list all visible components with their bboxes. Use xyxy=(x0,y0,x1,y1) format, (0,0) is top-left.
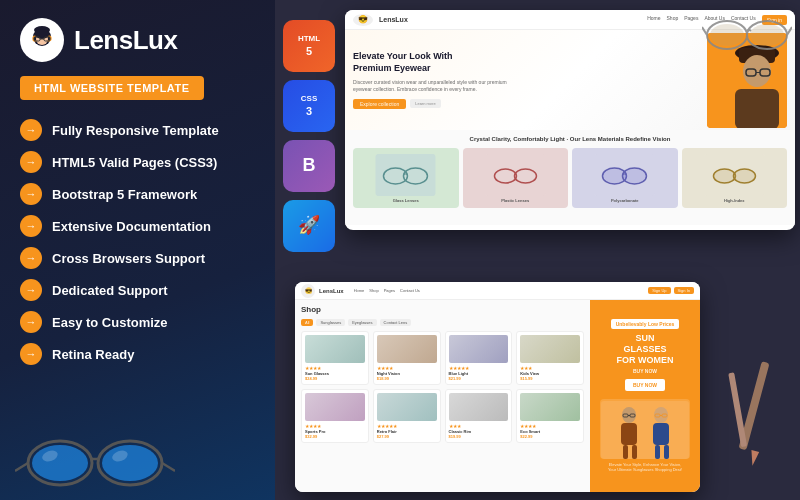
nav-link-pages: Pages xyxy=(684,15,698,25)
left-panel: LensLux HTML WEBSITE TEMPLATE Fully Resp… xyxy=(0,0,275,500)
svg-line-23 xyxy=(702,27,707,35)
svg-point-45 xyxy=(623,168,647,184)
feature-list: Fully Responsive Template HTML5 Valid Pa… xyxy=(20,114,255,370)
svg-rect-35 xyxy=(376,154,436,196)
shop-main: Shop All Sunglasses Eyeglasses Contact L… xyxy=(295,300,590,492)
shop-title: Shop xyxy=(301,305,584,314)
shop-item-img-5 xyxy=(305,393,365,421)
product-poly-lenses: Polycarbonate xyxy=(572,148,678,208)
shop-item-price-2: $18.99 xyxy=(377,376,437,381)
feature-customize: Easy to Customize xyxy=(20,306,255,338)
svg-rect-55 xyxy=(632,445,637,459)
product-glass-lenses: Glass Lenses xyxy=(353,148,459,208)
feature-responsive: Fully Responsive Template xyxy=(20,114,255,146)
shop-item-8: ★★★★ Eco Smart $22.99 xyxy=(516,389,584,443)
svg-rect-51 xyxy=(601,401,689,459)
product-highindex-lenses: High-Index xyxy=(682,148,788,208)
arrow-icon-docs xyxy=(20,215,42,237)
b-nav-shop: Shop xyxy=(369,288,378,293)
svg-marker-68 xyxy=(748,450,760,467)
ad-sub: BUY NOW xyxy=(633,368,657,374)
hero-secondary-btn[interactable]: Learn more xyxy=(410,99,440,108)
mockup-products: Crystal Clarity, Comfortably Light · Our… xyxy=(345,130,795,225)
feature-crossbrowser: Cross Browsers Support xyxy=(20,242,255,274)
filter-all[interactable]: All xyxy=(301,319,313,326)
ad-buy-btn[interactable]: BUY NOW xyxy=(625,379,665,391)
logo-icon xyxy=(20,18,64,62)
mockup-bottom: 😎 LensLux Home Shop Pages Contact Us Sig… xyxy=(295,282,700,492)
deco-sticks-bottom xyxy=(715,361,795,485)
svg-point-12 xyxy=(32,445,88,481)
feature-text-customize: Easy to Customize xyxy=(52,315,168,330)
product-label-highindex: High-Index xyxy=(724,198,745,203)
svg-point-14 xyxy=(102,445,158,481)
b-signin-btn[interactable]: Sign In xyxy=(674,287,694,294)
svg-point-48 xyxy=(713,169,735,183)
product-plastic-lenses: Plastic Lenses xyxy=(463,148,569,208)
filter-eyeglasses[interactable]: Eyeglasses xyxy=(348,319,376,326)
shop-item-img-6 xyxy=(377,393,437,421)
filter-contact[interactable]: Contact Lens xyxy=(380,319,412,326)
svg-rect-34 xyxy=(735,89,779,128)
feature-text-support: Dedicated Support xyxy=(52,283,168,298)
b-nav-home: Home xyxy=(354,288,365,293)
products-title: Crystal Clarity, Comfortably Light · Our… xyxy=(353,136,787,142)
bootstrap-badge: B xyxy=(283,140,335,192)
mockup-b-nav-links: Home Shop Pages Contact Us xyxy=(354,288,420,293)
product-label-glass: Glass Lenses xyxy=(393,198,419,203)
css3-badge: CSS 3 xyxy=(283,80,335,132)
feature-support: Dedicated Support xyxy=(20,274,255,306)
shop-ad-panel: Unbelievably Low Prices SUNGLASSESFOR WO… xyxy=(590,300,700,492)
b-nav-buttons: Sign Up Sign In xyxy=(648,287,694,294)
products-grid: Glass Lenses Plastic Lenses xyxy=(353,148,787,208)
shop-item-1: ★★★★ Sun Glasses $24.99 xyxy=(301,331,369,385)
brand-name: LensLux xyxy=(74,25,177,56)
html5-badge: HTML 5 xyxy=(283,20,335,72)
svg-point-49 xyxy=(733,169,755,183)
shop-item-price-6: $27.99 xyxy=(377,434,437,439)
svg-line-16 xyxy=(15,463,28,471)
shop-item-price-4: $15.99 xyxy=(520,376,580,381)
arrow-icon-crossbrowser xyxy=(20,247,42,269)
shop-item-price-8: $22.99 xyxy=(520,434,580,439)
shop-item-3: ★★★★★ Blue Light $21.99 xyxy=(445,331,513,385)
b-nav-contact: Contact Us xyxy=(400,288,420,293)
nav-link-home: Home xyxy=(647,15,660,25)
shop-item-price-3: $21.99 xyxy=(449,376,509,381)
arrow-icon-retina xyxy=(20,343,42,365)
feature-retina: Retina Ready xyxy=(20,338,255,370)
rocket-badge: 🚀 xyxy=(283,200,335,252)
svg-point-52 xyxy=(622,407,636,423)
hero-text: Elevate Your Look WithPremium Eyewear Di… xyxy=(353,51,707,108)
filter-sunglasses[interactable]: Sunglasses xyxy=(316,319,345,326)
hero-cta-btn[interactable]: Explore collection xyxy=(353,99,406,109)
svg-rect-59 xyxy=(664,445,669,459)
svg-point-25 xyxy=(710,24,744,46)
feature-text-bootstrap: Bootstrap 5 Framework xyxy=(52,187,197,202)
ad-badge: Unbelievably Low Prices xyxy=(611,319,680,329)
svg-point-26 xyxy=(750,24,784,46)
page-container: LensLux HTML WEBSITE TEMPLATE Fully Resp… xyxy=(0,0,800,500)
b-signup-btn[interactable]: Sign Up xyxy=(648,287,670,294)
feature-bootstrap: Bootstrap 5 Framework xyxy=(20,178,255,210)
shop-grid: ★★★★ Sun Glasses $24.99 ★★★★ Night Visio… xyxy=(301,331,584,443)
arrow-icon-bootstrap xyxy=(20,183,42,205)
ad-title: SUNGLASSESFOR WOMEN xyxy=(617,333,674,365)
shop-filter: All Sunglasses Eyeglasses Contact Lens xyxy=(301,319,584,326)
product-label-poly: Polycarbonate xyxy=(611,198,639,203)
arrow-icon-responsive xyxy=(20,119,42,141)
arrow-icon-customize xyxy=(20,311,42,333)
feature-text-html5: HTML5 Valid Pages (CSS3) xyxy=(52,155,217,170)
product-label-plastic: Plastic Lenses xyxy=(501,198,529,203)
shop-item-5: ★★★★ Sports Pro $32.99 xyxy=(301,389,369,443)
mockup-nav-logo: LensLux xyxy=(379,16,408,23)
shop-item-img-7 xyxy=(449,393,509,421)
shop-item-6: ★★★★★ Retro Flair $27.99 xyxy=(373,389,441,443)
shop-item-img-2 xyxy=(377,335,437,363)
svg-rect-54 xyxy=(623,445,628,459)
svg-rect-57 xyxy=(653,423,669,445)
arrow-icon-html5 xyxy=(20,151,42,173)
shop-item-4: ★★★ Kids View $15.99 xyxy=(516,331,584,385)
shop-item-img-1 xyxy=(305,335,365,363)
feature-text-responsive: Fully Responsive Template xyxy=(52,123,219,138)
